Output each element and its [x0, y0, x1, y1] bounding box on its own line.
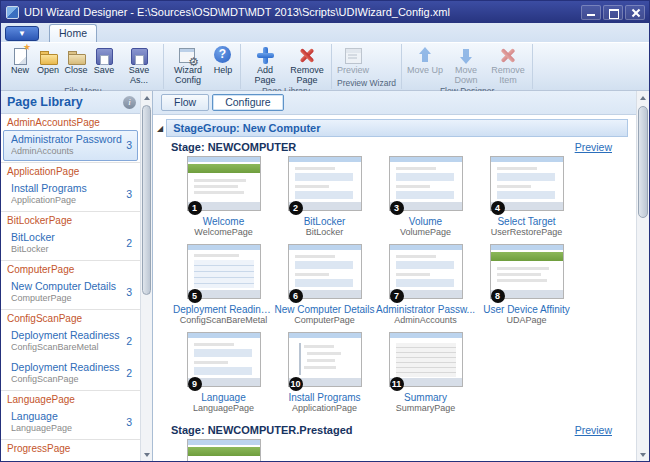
- wizard-page-card[interactable]: 10Install ProgramsApplicationPage: [274, 332, 375, 413]
- page-card-title: User Device Affinity: [476, 304, 577, 315]
- ribbon-button-row: NewOpenCloseSaveSave As...: [6, 44, 160, 86]
- page-item-count: 2: [126, 335, 132, 347]
- minimize-icon[interactable]: [581, 5, 601, 20]
- page-item-count: 2: [126, 367, 132, 379]
- page-item-subtitle: ConfigScanPage: [11, 374, 122, 385]
- page-group-header: ProgressPage: [1, 440, 140, 456]
- page-thumbnail: 7: [389, 244, 463, 299]
- ribbon-button-label: Move Up: [407, 66, 443, 76]
- help-button[interactable]: Help: [209, 44, 237, 76]
- maximize-icon[interactable]: [603, 5, 623, 20]
- page-library-item[interactable]: New Computer DetailsComputerPage3: [3, 277, 138, 308]
- page-thumbnail: 1: [187, 439, 261, 461]
- wizard-page-card[interactable]: 1WelcomeWelcomePage: [173, 156, 274, 237]
- wizard-page-card[interactable]: 11SummarySummaryPage: [375, 332, 476, 413]
- page-card-subtitle: LanguagePage: [173, 403, 274, 413]
- move-up-button[interactable]: Move Up: [405, 44, 445, 76]
- add-page-button[interactable]: Add Page: [244, 44, 286, 86]
- ribbon-tab-row: ▼ Home: [1, 23, 649, 42]
- page-library-item[interactable]: Install ProgramsApplicationPage3: [3, 179, 138, 210]
- save-button[interactable]: Save: [90, 44, 118, 76]
- page-card-subtitle: UDAPage: [476, 315, 577, 325]
- page-thumbnail: 4: [490, 156, 564, 211]
- page-card-subtitle: BitLocker: [274, 227, 375, 237]
- move-up-icon: [415, 46, 435, 65]
- page-library-item[interactable]: LanguageLanguagePage3: [3, 407, 138, 438]
- wizard-page-card[interactable]: 6New Computer DetailsComputerPage: [274, 244, 375, 325]
- page-library-item[interactable]: BitLockerBitLocker2: [3, 228, 138, 259]
- scroll-up-icon[interactable]: [141, 91, 152, 104]
- wizard-page-card[interactable]: 9LanguageLanguagePage: [173, 332, 274, 413]
- wizard-page-card[interactable]: 2BitLockerBitLocker: [274, 156, 375, 237]
- preview-link[interactable]: Preview: [575, 141, 612, 153]
- wizard-page-card[interactable]: 7Administrator Passw...AdminAccounts: [375, 244, 476, 325]
- wizard-page-card[interactable]: 4Select TargetUserRestorePage: [476, 156, 577, 237]
- stage-group-header[interactable]: StageGroup: New Computer: [166, 119, 628, 137]
- ribbon-button-row: Add PageRemove Page: [244, 44, 328, 86]
- tab-configure[interactable]: Configure: [212, 94, 284, 111]
- page-item-subtitle: LanguagePage: [11, 423, 122, 434]
- page-thumbnail: 9: [187, 332, 261, 387]
- wizard-config-button[interactable]: Wizard Config: [167, 44, 209, 86]
- new-button[interactable]: New: [6, 44, 34, 76]
- tab-home[interactable]: Home: [49, 24, 97, 42]
- expander-icon[interactable]: [157, 124, 163, 133]
- page-item-subtitle: BitLocker: [11, 244, 122, 255]
- remove-page-button[interactable]: Remove Page: [286, 44, 328, 86]
- move-down-icon: [456, 46, 476, 65]
- page-group: ComputerPageNew Computer DetailsComputer…: [1, 260, 140, 308]
- remove-item-button[interactable]: Remove Item: [487, 44, 529, 86]
- scrollbar-thumb[interactable]: [638, 106, 648, 218]
- page-card-subtitle: UserRestorePage: [476, 227, 577, 237]
- ribbon-group-label: Preview Wizard: [335, 78, 398, 89]
- page-item-title: Deployment Readiness: [11, 329, 122, 342]
- title-bar[interactable]: UDI Wizard Designer - E:\Sources\OSD\MDT…: [1, 1, 649, 23]
- main-scrollbar[interactable]: [636, 91, 649, 461]
- stage-section: Stage: NEWCOMPUTERPreview1WelcomeWelcome…: [153, 141, 636, 420]
- page-thumbnail: 3: [389, 156, 463, 211]
- page-number-badge: 11: [390, 377, 404, 391]
- page-item-text: Administrator PasswordAdminAccounts: [11, 133, 122, 157]
- ribbon-button-row: Wizard ConfigHelp: [167, 44, 237, 86]
- preview-link[interactable]: Preview: [575, 424, 612, 436]
- open-button[interactable]: Open: [34, 44, 62, 76]
- scrollbar-thumb[interactable]: [142, 105, 151, 295]
- page-thumbnail: 8: [490, 244, 564, 299]
- move-down-button[interactable]: Move Down: [445, 44, 487, 86]
- close-icon[interactable]: [625, 5, 645, 20]
- ribbon-button-label: New: [8, 66, 32, 76]
- page-library-item[interactable]: Deployment ReadinessConfigScanPage2: [3, 358, 138, 389]
- wizard-page-card[interactable]: 3VolumeVolumePage: [375, 156, 476, 237]
- close-button[interactable]: Close: [62, 44, 90, 76]
- page-number-badge: 9: [188, 377, 202, 391]
- page-number-badge: 7: [390, 289, 404, 303]
- page-card-title: BitLocker: [274, 216, 375, 227]
- stage-group-row: StageGroup: New Computer: [157, 119, 628, 137]
- page-number-badge: 6: [289, 289, 303, 303]
- preview-button[interactable]: Preview: [335, 44, 371, 76]
- wizard-page-card[interactable]: 8User Device AffinityUDAPage: [476, 244, 577, 325]
- app-menu-button[interactable]: ▼: [5, 26, 39, 41]
- scroll-down-icon[interactable]: [141, 448, 152, 461]
- scroll-up-icon[interactable]: [637, 91, 649, 104]
- page-card-title: Select Target: [476, 216, 577, 227]
- page-number-badge: 3: [390, 201, 404, 215]
- open-folder-icon: [38, 46, 58, 65]
- tab-flow[interactable]: Flow: [161, 94, 209, 111]
- sidebar-scrollbar[interactable]: [140, 91, 152, 461]
- page-library-item[interactable]: Deployment ReadinessConfigScanBareMetal2: [3, 326, 138, 357]
- scroll-down-icon[interactable]: [637, 448, 649, 461]
- page-item-title: Language: [11, 410, 122, 423]
- page-item-title: New Computer Details: [11, 280, 122, 293]
- info-icon[interactable]: [123, 96, 136, 109]
- page-library-item[interactable]: Administrator PasswordAdminAccounts3: [3, 130, 138, 161]
- page-group-header: ConfigScanPage: [1, 310, 140, 326]
- page-group-header: BitLockerPage: [1, 212, 140, 228]
- page-card-subtitle: WelcomePage: [173, 227, 274, 237]
- wizard-page-card[interactable]: 5Deployment ReadinessConfigScanBareMetal: [173, 244, 274, 325]
- ribbon-button-label: Close: [64, 66, 88, 76]
- sidebar-header: Page Library: [1, 91, 152, 113]
- wizard-page-card[interactable]: 1: [173, 439, 274, 461]
- page-number-badge: 8: [491, 289, 505, 303]
- save-as-button[interactable]: Save As...: [118, 44, 160, 86]
